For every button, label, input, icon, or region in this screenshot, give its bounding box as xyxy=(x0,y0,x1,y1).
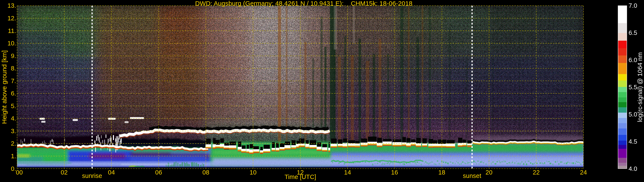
svg-text:16: 16 xyxy=(391,169,398,176)
svg-text:4.: 4. xyxy=(11,115,16,122)
svg-text:Height above ground [km]: Height above ground [km] xyxy=(1,50,8,124)
svg-text:sunrise: sunrise xyxy=(82,172,102,179)
svg-text:6.0: 6.0 xyxy=(628,57,637,63)
svg-text:DWD: Augsburg (Germany; 48.426: DWD: Augsburg (Germany; 48.4261 N / 10.9… xyxy=(195,0,412,7)
svg-text:10: 10 xyxy=(250,169,256,176)
svg-text:20: 20 xyxy=(486,169,492,176)
svg-text:sunset: sunset xyxy=(463,172,481,179)
svg-text:11.: 11. xyxy=(8,27,16,34)
svg-text:14: 14 xyxy=(344,169,351,176)
svg-text:22: 22 xyxy=(533,169,540,176)
svg-text:4.0: 4.0 xyxy=(628,165,637,172)
svg-text:1.: 1. xyxy=(11,153,16,160)
svg-text:02: 02 xyxy=(61,169,68,176)
svg-text:7.0: 7.0 xyxy=(628,2,637,9)
svg-text:2.: 2. xyxy=(11,140,16,147)
svg-text:5.5: 5.5 xyxy=(628,84,637,91)
svg-text:Time [UTC]: Time [UTC] xyxy=(284,174,316,180)
svg-text:24: 24 xyxy=(580,169,587,176)
svg-text:9.: 9. xyxy=(11,52,16,59)
svg-text:13.: 13. xyxy=(8,2,16,9)
svg-text:3.: 3. xyxy=(11,128,16,134)
svg-text:10.: 10. xyxy=(8,40,16,47)
svg-text:5.: 5. xyxy=(11,102,16,109)
svg-text:6.5: 6.5 xyxy=(628,29,637,36)
svg-text:12.: 12. xyxy=(8,15,16,22)
svg-text:7.: 7. xyxy=(11,78,16,84)
svg-text:6.: 6. xyxy=(11,90,16,97)
svg-text:18: 18 xyxy=(438,169,445,176)
svg-text:04: 04 xyxy=(108,169,115,176)
svg-text:06: 06 xyxy=(155,169,162,176)
svg-text:00: 00 xyxy=(16,169,23,176)
svg-text:08: 08 xyxy=(202,169,209,176)
svg-text:5.0: 5.0 xyxy=(628,111,637,118)
svg-text:8.: 8. xyxy=(11,65,16,72)
svg-text:4.5: 4.5 xyxy=(628,138,637,145)
svg-text:log(rc-signal) @ 1064 nm: log(rc-signal) @ 1064 nm xyxy=(636,52,643,122)
svg-text:0.: 0. xyxy=(11,165,16,172)
